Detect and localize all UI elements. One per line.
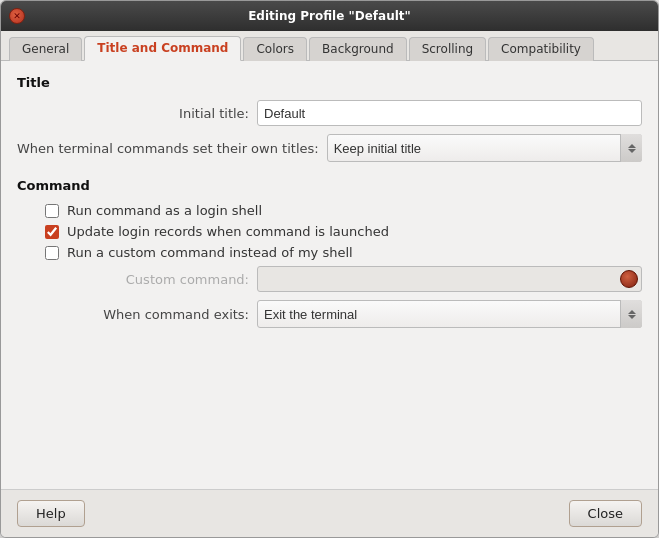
when-terminal-row: When terminal commands set their own tit… xyxy=(17,134,642,162)
title-section: Title Initial title: When terminal comma… xyxy=(17,75,642,162)
tab-colors[interactable]: Colors xyxy=(243,37,307,61)
when-exits-select-wrapper: Exit the terminal Restart the command Ho… xyxy=(257,300,642,328)
custom-command-icon xyxy=(620,270,638,288)
when-terminal-select-wrapper: Keep initial title Replace initial title… xyxy=(327,134,642,162)
custom-command-checkbox[interactable] xyxy=(45,246,59,260)
when-exits-select[interactable]: Exit the terminal Restart the command Ho… xyxy=(257,300,642,328)
when-terminal-select[interactable]: Keep initial title Replace initial title… xyxy=(327,134,642,162)
help-button[interactable]: Help xyxy=(17,500,85,527)
tabbar: General Title and Command Colors Backgro… xyxy=(1,31,658,61)
tab-background[interactable]: Background xyxy=(309,37,407,61)
when-exits-row: When command exits: Exit the terminal Re… xyxy=(17,300,642,328)
tab-scrolling[interactable]: Scrolling xyxy=(409,37,486,61)
close-icon: ✕ xyxy=(13,11,21,21)
close-button[interactable]: Close xyxy=(569,500,642,527)
initial-title-label: Initial title: xyxy=(17,106,257,121)
login-shell-label: Run command as a login shell xyxy=(67,203,262,218)
content-area: Title Initial title: When terminal comma… xyxy=(1,61,658,489)
custom-command-check-row: Run a custom command instead of my shell xyxy=(45,245,642,260)
custom-command-input-row: Custom command: xyxy=(17,266,642,292)
login-shell-row: Run command as a login shell xyxy=(45,203,642,218)
update-login-row: Update login records when command is lau… xyxy=(45,224,642,239)
window-close-button[interactable]: ✕ xyxy=(9,8,25,24)
when-terminal-label: When terminal commands set their own tit… xyxy=(17,141,327,156)
command-section: Command Run command as a login shell Upd… xyxy=(17,178,642,328)
update-login-label: Update login records when command is lau… xyxy=(67,224,389,239)
login-shell-checkbox[interactable] xyxy=(45,204,59,218)
command-section-heading: Command xyxy=(17,178,642,193)
custom-command-input[interactable] xyxy=(257,266,642,292)
custom-command-input-wrapper xyxy=(257,266,642,292)
tab-general[interactable]: General xyxy=(9,37,82,61)
main-window: ✕ Editing Profile "Default" General Titl… xyxy=(0,0,659,538)
footer: Help Close xyxy=(1,489,658,537)
custom-command-label: Custom command: xyxy=(17,272,257,287)
titlebar: ✕ Editing Profile "Default" xyxy=(1,1,658,31)
tab-compatibility[interactable]: Compatibility xyxy=(488,37,594,61)
tab-title-command[interactable]: Title and Command xyxy=(84,36,241,61)
initial-title-row: Initial title: xyxy=(17,100,642,126)
initial-title-input[interactable] xyxy=(257,100,642,126)
title-section-heading: Title xyxy=(17,75,642,90)
custom-command-check-label: Run a custom command instead of my shell xyxy=(67,245,353,260)
update-login-checkbox[interactable] xyxy=(45,225,59,239)
window-title: Editing Profile "Default" xyxy=(33,9,626,23)
when-exits-label: When command exits: xyxy=(17,307,257,322)
